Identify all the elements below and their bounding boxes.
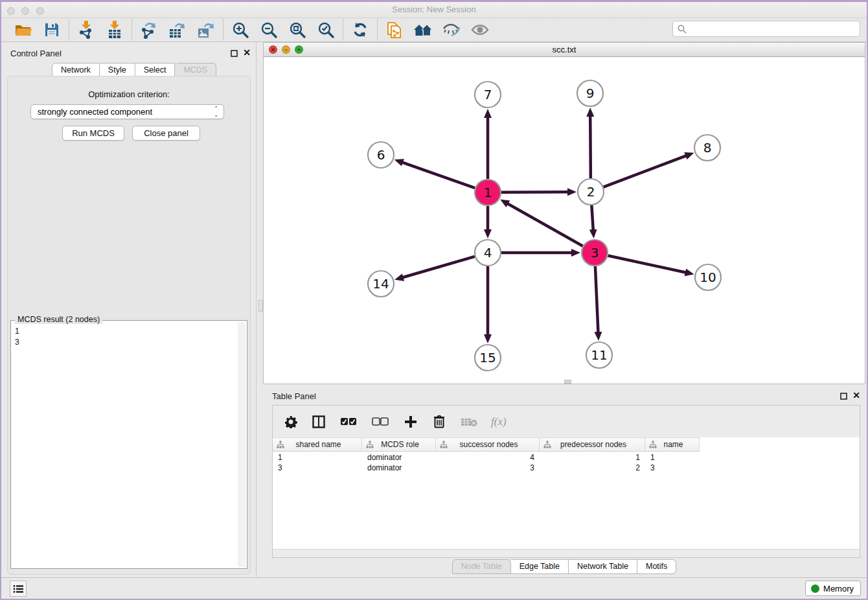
zoom-out-button[interactable] xyxy=(258,20,279,40)
node-14[interactable]: 14 xyxy=(368,271,394,297)
table-row[interactable]: 1dominator411 xyxy=(273,452,700,463)
panel-splitter-handle[interactable] xyxy=(258,300,263,312)
zoom-in-button[interactable] xyxy=(230,20,251,40)
tab-network-table[interactable]: Network Table xyxy=(569,559,637,574)
delete-table-button[interactable] xyxy=(459,412,479,432)
close-panel-button[interactable]: Close panel xyxy=(132,126,200,141)
node-7[interactable]: 7 xyxy=(475,82,501,108)
delete-table-icon xyxy=(461,417,477,427)
main-toolbar xyxy=(1,18,867,42)
node-15[interactable]: 15 xyxy=(475,345,501,371)
home-layout-button[interactable] xyxy=(413,20,433,40)
open-file-button[interactable] xyxy=(13,20,34,40)
refresh-view-button[interactable] xyxy=(350,20,371,40)
tab-motifs[interactable]: Motifs xyxy=(637,559,676,574)
cell-successor-nodes[interactable]: 3 xyxy=(436,463,540,473)
table-settings-button[interactable] xyxy=(283,412,299,432)
cell-successor-nodes[interactable]: 4 xyxy=(436,452,540,463)
float-table-panel-icon[interactable] xyxy=(840,391,847,402)
search-input[interactable] xyxy=(690,24,860,34)
edge-1-2[interactable] xyxy=(501,192,569,192)
result-scrollbar[interactable] xyxy=(238,322,246,567)
cell-shared-name[interactable]: 3 xyxy=(273,463,362,473)
node-3[interactable]: 3 xyxy=(582,240,608,266)
clone-network-button[interactable] xyxy=(384,20,405,40)
import-table-icon xyxy=(106,21,123,39)
edge-3-1[interactable] xyxy=(507,203,583,246)
column-header-shared-name[interactable]: shared name xyxy=(273,437,362,452)
column-header-name[interactable]: name xyxy=(645,437,700,452)
column-header-predecessor-nodes[interactable]: predecessor nodes xyxy=(540,437,645,452)
node-9[interactable]: 9 xyxy=(577,80,603,106)
node-label: 6 xyxy=(377,147,385,163)
task-history-button[interactable] xyxy=(10,581,27,597)
status-bar: Memory xyxy=(1,577,867,599)
node-label: 8 xyxy=(703,140,712,156)
import-network-button[interactable] xyxy=(76,20,97,40)
application-window: Session: New Session xyxy=(1,2,867,599)
criterion-value: strongly connected component xyxy=(38,107,152,117)
column-header-MCDS-role[interactable]: MCDS role xyxy=(362,437,436,452)
cell-shared-name[interactable]: 1 xyxy=(273,452,362,463)
run-mcds-button[interactable]: Run MCDS xyxy=(62,126,124,141)
edge-4-14[interactable] xyxy=(402,257,475,278)
tab-node-table[interactable]: Node Table xyxy=(452,559,511,574)
result-item[interactable]: 1 xyxy=(15,326,238,337)
criterion-dropdown[interactable]: strongly connected component ⌃⌄ xyxy=(30,104,224,119)
mcds-result-list[interactable]: 13 xyxy=(15,323,238,567)
column-layout-button[interactable] xyxy=(311,412,326,432)
tab-edge-table[interactable]: Edge Table xyxy=(511,559,569,574)
mcds-result-title: MCDS result (2 nodes) xyxy=(15,315,102,324)
zoom-selected-button[interactable] xyxy=(315,20,336,40)
node-6[interactable]: 6 xyxy=(368,142,394,168)
import-table-button[interactable] xyxy=(104,20,125,40)
result-item[interactable]: 3 xyxy=(15,337,238,348)
edge-3-11[interactable] xyxy=(595,266,599,334)
zoom-fit-button[interactable] xyxy=(287,20,308,40)
column-header-successor-nodes[interactable]: successor nodes xyxy=(436,437,540,452)
edge-2-9[interactable] xyxy=(590,115,591,178)
cell-name[interactable]: 1 xyxy=(645,452,700,463)
memory-button[interactable]: Memory xyxy=(805,581,861,596)
export-network-button[interactable] xyxy=(139,20,159,40)
table-hscrollbar[interactable] xyxy=(273,549,860,557)
show-graphics-details-button[interactable] xyxy=(470,20,490,40)
canvas-splitter-handle[interactable] xyxy=(564,380,571,384)
export-image-button[interactable] xyxy=(196,20,216,40)
node-table-container: f(x) shared nameMCDS rolesuccessor nodes… xyxy=(272,405,860,558)
select-all-columns-button[interactable] xyxy=(339,412,358,432)
cell-predecessor-nodes[interactable]: 2 xyxy=(540,463,645,473)
table-row[interactable]: 3dominator323 xyxy=(273,463,700,473)
edge-1-6[interactable] xyxy=(401,162,475,188)
node-4[interactable]: 4 xyxy=(475,240,501,266)
close-table-panel-icon[interactable]: ✕ xyxy=(852,390,860,400)
cell-predecessor-nodes[interactable]: 1 xyxy=(540,452,645,463)
hide-graphics-details-button[interactable] xyxy=(441,20,462,40)
save-floppy-icon xyxy=(44,22,60,38)
cell-MCDS-role[interactable]: dominator xyxy=(362,452,436,463)
node-8[interactable]: 8 xyxy=(694,135,720,161)
save-session-button[interactable] xyxy=(41,20,62,40)
export-table-button[interactable] xyxy=(167,20,188,40)
cell-MCDS-role[interactable]: dominator xyxy=(362,463,436,473)
node-11[interactable]: 11 xyxy=(586,342,612,368)
function-builder-button[interactable]: f(x) xyxy=(491,415,507,428)
create-column-button[interactable] xyxy=(402,412,419,432)
node-2[interactable]: 2 xyxy=(578,179,604,205)
delete-columns-button[interactable] xyxy=(431,412,447,432)
attribute-type-icon xyxy=(543,441,551,448)
edge-3-10[interactable] xyxy=(608,255,687,273)
node-1[interactable]: 1 xyxy=(475,179,501,205)
search-field[interactable] xyxy=(672,21,860,37)
edge-2-3[interactable] xyxy=(591,205,593,231)
node-10[interactable]: 10 xyxy=(695,264,721,290)
network-graph[interactable]: 7968124314101511 xyxy=(264,57,865,384)
deselect-all-columns-button[interactable] xyxy=(371,412,390,432)
refresh-icon xyxy=(352,21,369,38)
network-canvas[interactable]: 7968124314101511 xyxy=(264,57,865,384)
column-layout-icon xyxy=(312,415,325,428)
cell-name[interactable]: 3 xyxy=(645,463,700,473)
edge-2-8[interactable] xyxy=(604,156,687,187)
float-panel-icon[interactable] xyxy=(231,48,238,60)
close-panel-icon[interactable]: ✕ xyxy=(243,47,251,58)
